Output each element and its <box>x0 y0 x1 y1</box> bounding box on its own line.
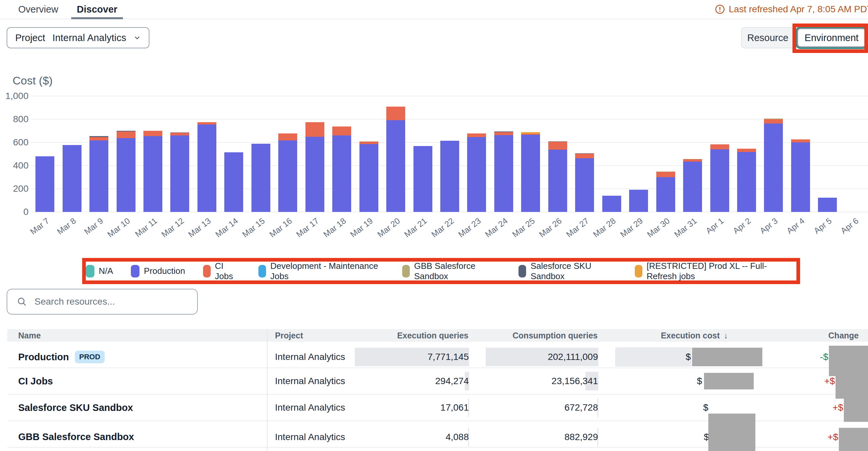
bar-segment-ci-jobs <box>656 172 675 177</box>
execution-queries-cell: 294,274 <box>366 376 469 386</box>
consumption-queries-value: 23,156,341 <box>552 376 598 386</box>
execution-queries-cell: 4,088 <box>366 432 469 442</box>
column-header-label: Name <box>18 331 41 340</box>
legend-swatch <box>519 265 526 278</box>
table-row-ci-jobs[interactable]: CI JobsInternal Analytics294,27423,156,3… <box>7 368 868 395</box>
bar-column: Mar 22 <box>436 96 463 212</box>
legend-item-production[interactable]: Production <box>131 265 185 278</box>
resource-name-cell: CI Jobs <box>7 376 267 387</box>
column-header-name[interactable]: Name <box>7 331 267 341</box>
x-axis-label: Mar 29 <box>618 216 644 239</box>
bar-column: Apr 1 <box>706 96 733 212</box>
bar-column: Mar 13 <box>193 96 220 212</box>
legend-item-gbb-salesforce-sandbox[interactable]: GBB Salesforce Sandbox <box>402 261 501 282</box>
bar-segment-production <box>306 137 324 212</box>
bar-plot: Mar 7Mar 8Mar 9Mar 10Mar 11Mar 12Mar 13M… <box>31 96 868 212</box>
x-axis-label: Mar 23 <box>457 216 483 239</box>
bar-column: Mar 23 <box>463 96 490 212</box>
table-row-salesforce-sku-sandbox[interactable]: Salesforce SKU SandboxInternal Analytics… <box>7 395 868 421</box>
bar-segment-production <box>737 152 756 212</box>
bar-segment-production <box>791 142 810 212</box>
x-axis-label: Mar 26 <box>537 216 563 239</box>
resource-name: Production <box>18 352 69 363</box>
consumption-queries-value: 202,111,009 <box>548 352 598 362</box>
search-icon <box>17 296 27 307</box>
tab-discover[interactable]: Discover <box>77 0 118 19</box>
bar-segment-ci-jobs <box>575 154 594 158</box>
bar-column: Mar 19 <box>355 96 382 212</box>
bar-segment-ci-jobs <box>386 107 405 120</box>
bar-column: Apr 4 <box>787 96 814 212</box>
x-axis-label: Mar 24 <box>483 216 509 239</box>
resource-name-cell: ProductionPROD <box>7 351 267 363</box>
legend-label: [RESTRICTED] Prod XL -- Full-Refresh job… <box>647 261 797 282</box>
bar-column: Mar 26 <box>544 96 571 212</box>
bar-segment-ci-jobs <box>117 131 135 138</box>
resource-name: CI Jobs <box>18 376 53 387</box>
y-axis-tick-label: 400 <box>0 160 29 171</box>
last-refreshed-text: Last refreshed Apr 7, 8:05 AM PDT <box>729 4 868 14</box>
bar-segment-ci-jobs <box>360 142 378 144</box>
legend-item--restricted-prod-xl-full-refresh-jobs[interactable]: [RESTRICTED] Prod XL -- Full-Refresh job… <box>635 261 797 282</box>
execution-cost-cell: $ <box>598 373 762 389</box>
y-axis-tick-label: 800 <box>0 114 29 125</box>
column-header-execution-cost[interactable]: Execution cost↓ <box>598 331 762 341</box>
search-input[interactable] <box>34 296 180 307</box>
column-header-execution-queries[interactable]: Execution queries <box>366 331 469 341</box>
legend-swatch <box>635 265 642 278</box>
resource-name: Salesforce SKU Sandbox <box>18 402 133 413</box>
consumption-queries-cell: 202,111,009 <box>469 352 598 362</box>
bar-segment-ci-jobs <box>683 159 702 162</box>
execution-queries-value: 17,061 <box>440 402 469 413</box>
bar-segment-production <box>251 144 270 212</box>
bar-column: Mar 14 <box>220 96 247 212</box>
bar-segment-ci-jobs <box>89 137 108 140</box>
x-axis-label: Mar 7 <box>28 216 51 236</box>
bar-segment-production <box>683 162 702 212</box>
bar-segment-production <box>89 140 108 212</box>
bar-segment-ci-jobs <box>737 149 756 152</box>
bar-column: Mar 12 <box>166 96 193 212</box>
column-header-consumption-queries[interactable]: Consumption queries <box>469 331 598 341</box>
table-row-production[interactable]: ProductionPRODInternal Analytics7,771,14… <box>7 342 868 368</box>
column-header-label: Project <box>275 331 303 340</box>
tab-overview[interactable]: Overview <box>18 0 58 19</box>
resource-toggle-button[interactable]: Resource <box>741 27 795 49</box>
x-axis-label: Mar 20 <box>375 216 402 239</box>
legend-item-development-maintenance-jobs[interactable]: Development - Maintenance Jobs <box>258 261 384 282</box>
x-axis-label: Mar 15 <box>241 216 267 239</box>
bar-segment-production <box>467 137 486 212</box>
bar-segment-production <box>278 140 297 212</box>
cost-dashboard: Overview Discover Last refreshed Apr 7, … <box>0 0 868 451</box>
redacted-cost-value <box>692 348 762 366</box>
bar-column: Mar 9 <box>86 96 112 212</box>
project-filter-dropdown[interactable]: Project Internal Analytics <box>7 27 149 49</box>
y-axis-tick-label: 600 <box>0 137 29 148</box>
resource-name-cell: GBB Salesforce Sandbox <box>7 431 267 442</box>
bar-segment-ci-jobs <box>710 144 729 149</box>
legend-item-ci-jobs[interactable]: CI Jobs <box>203 261 241 282</box>
legend-item-salesforce-sku-sandbox[interactable]: Salesforce SKU Sandbox <box>519 261 617 282</box>
column-header-project[interactable]: Project <box>267 331 366 341</box>
legend-item-n-a[interactable]: N/A <box>86 265 113 278</box>
search-box <box>7 289 198 315</box>
bar-segment-production <box>144 136 162 212</box>
legend-label: GBB Salesforce Sandbox <box>414 261 501 282</box>
x-axis-label: Mar 13 <box>187 216 213 239</box>
execution-cost-cell: $ <box>598 402 762 413</box>
bar-segment-ci-jobs <box>791 139 810 142</box>
consumption-queries-value: 672,728 <box>564 402 598 413</box>
project-cell: Internal Analytics <box>267 402 366 413</box>
chevron-down-icon <box>133 34 141 41</box>
bar-column: Mar 21 <box>409 96 436 212</box>
bar-segment-production <box>35 156 54 212</box>
column-header-label: Consumption queries <box>513 331 598 340</box>
x-axis-label: Mar 17 <box>294 216 321 239</box>
environment-toggle-button[interactable]: Environment <box>797 28 866 47</box>
bar-segment-production <box>656 177 675 212</box>
x-axis-label: Mar 9 <box>82 216 105 236</box>
x-axis-label: Mar 14 <box>214 216 240 239</box>
column-header-change[interactable]: Change <box>762 331 868 341</box>
cost-currency-prefix: $ <box>685 352 691 362</box>
bar-segment-production <box>117 138 135 212</box>
